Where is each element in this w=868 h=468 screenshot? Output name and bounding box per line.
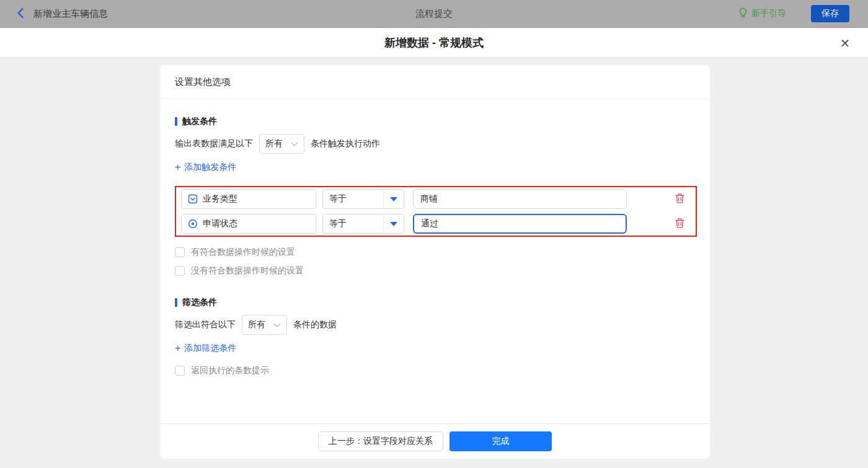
close-icon[interactable]: ✕ bbox=[837, 35, 853, 51]
trigger-conditions-annotated-block: 业务类型 等于 bbox=[175, 186, 697, 237]
plus-icon: + bbox=[175, 343, 180, 354]
chevron-down-icon bbox=[273, 320, 281, 330]
condition-operator-select[interactable]: 等于 bbox=[322, 214, 404, 234]
card-header: 设置其他选项 bbox=[160, 65, 710, 99]
lightbulb-icon bbox=[738, 7, 751, 20]
checkbox-icon bbox=[175, 247, 185, 257]
previous-step-button[interactable]: 上一步：设置字段对应关系 bbox=[318, 431, 443, 451]
modal-header: 新增数据 - 常规模式 ✕ bbox=[0, 28, 868, 58]
condition-row: 业务类型 等于 bbox=[181, 189, 696, 209]
condition-operator-select[interactable]: 等于 bbox=[322, 189, 404, 209]
section-marker bbox=[175, 298, 177, 307]
back-button[interactable] bbox=[16, 7, 25, 20]
add-trigger-condition-link[interactable]: + 添加触发条件 bbox=[175, 162, 236, 173]
checkbox-icon bbox=[175, 266, 185, 276]
return-count-tip-checkbox[interactable]: 返回执行的条数提示 bbox=[175, 365, 695, 376]
done-button[interactable]: 完成 bbox=[450, 431, 552, 451]
delete-condition-button[interactable] bbox=[673, 218, 686, 230]
plus-icon: + bbox=[175, 162, 180, 173]
trigger-match-select[interactable]: 所有 bbox=[259, 134, 304, 154]
chevron-left-icon bbox=[16, 7, 25, 20]
workflow-title: 新增业主车辆信息 bbox=[33, 8, 108, 20]
beginner-guide-link[interactable]: 新手引导 bbox=[738, 7, 786, 20]
delete-condition-button[interactable] bbox=[673, 193, 686, 205]
filter-sentence-prefix: 筛选出符合以下 bbox=[175, 319, 236, 330]
no-matched-data-settings-checkbox[interactable]: 没有符合数据操作时候的设置 bbox=[175, 265, 695, 276]
filter-sentence-row: 筛选出符合以下 所有 条件的数据 bbox=[175, 315, 695, 335]
radio-field-icon bbox=[188, 219, 198, 229]
trigger-sentence-suffix: 条件触发执行动作 bbox=[311, 138, 380, 149]
filter-sentence-suffix: 条件的数据 bbox=[293, 319, 337, 330]
trigger-sentence-row: 输出表数据满足以下 所有 条件触发执行动作 bbox=[175, 134, 695, 154]
filter-match-select[interactable]: 所有 bbox=[242, 315, 287, 335]
checkbox-icon bbox=[175, 366, 185, 376]
trigger-sentence-prefix: 输出表数据满足以下 bbox=[175, 138, 253, 149]
trash-icon bbox=[675, 218, 685, 231]
dropdown-field-icon bbox=[188, 194, 198, 204]
beginner-guide-label: 新手引导 bbox=[751, 8, 786, 19]
condition-field-select[interactable]: 业务类型 bbox=[181, 189, 316, 209]
card-footer: 上一步：设置字段对应关系 完成 bbox=[160, 423, 710, 459]
topbar: 新增业主车辆信息 流程提交 新手引导 保存 bbox=[0, 0, 868, 28]
trigger-section-title: 触发条件 bbox=[175, 116, 695, 127]
modal-body: 设置其他选项 触发条件 输出表数据满足以下 所有 条件触发执行动作 bbox=[0, 58, 868, 468]
trash-icon bbox=[675, 193, 685, 206]
condition-row: 申请状态 等于 bbox=[181, 214, 696, 234]
condition-field-select[interactable]: 申请状态 bbox=[181, 214, 316, 234]
matched-data-settings-checkbox[interactable]: 有符合数据操作时候的设置 bbox=[175, 247, 695, 258]
add-filter-condition-link[interactable]: + 添加筛选条件 bbox=[175, 343, 236, 354]
section-marker bbox=[175, 117, 177, 126]
condition-value-input[interactable] bbox=[413, 214, 627, 234]
caret-down-icon bbox=[383, 214, 404, 233]
topbar-center-title: 流程提交 bbox=[0, 8, 868, 20]
condition-value-input[interactable] bbox=[413, 189, 627, 209]
save-button[interactable]: 保存 bbox=[811, 5, 849, 22]
filter-section-title: 筛选条件 bbox=[175, 297, 695, 308]
caret-down-icon bbox=[383, 190, 404, 208]
options-card: 设置其他选项 触发条件 输出表数据满足以下 所有 条件触发执行动作 bbox=[160, 65, 710, 459]
modal-title: 新增数据 - 常规模式 bbox=[384, 35, 484, 50]
chevron-down-icon bbox=[291, 139, 298, 149]
